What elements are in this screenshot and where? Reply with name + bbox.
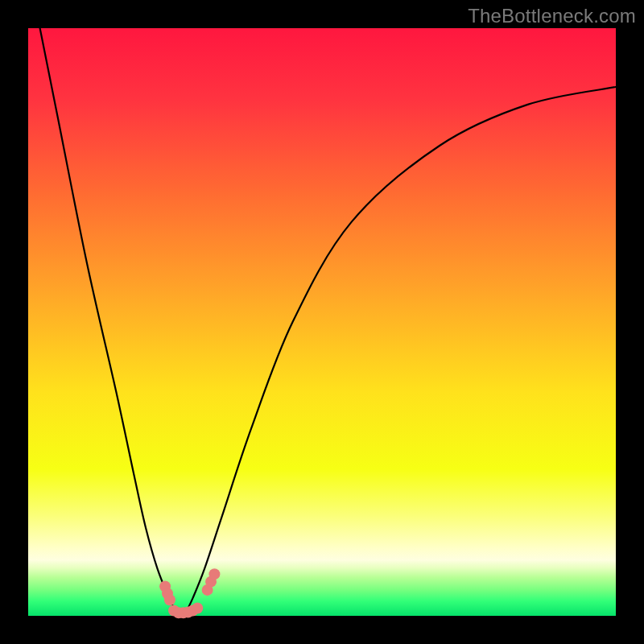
marker-bottom-6	[192, 603, 203, 614]
data-markers	[159, 568, 220, 618]
chart-frame: TheBottleneck.com	[0, 0, 644, 644]
marker-left-cluster-3	[164, 594, 175, 605]
marker-right-cluster-3	[208, 568, 220, 580]
watermark-text: TheBottleneck.com	[468, 5, 636, 27]
chart-svg	[28, 28, 616, 616]
plot-area	[28, 28, 616, 616]
bottleneck-curve	[40, 28, 616, 616]
